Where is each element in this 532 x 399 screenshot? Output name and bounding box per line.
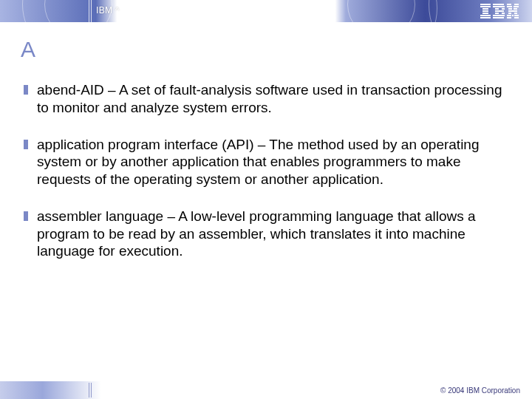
header-band: IBM ^ [0, 0, 532, 22]
slide-body: A abend-AID – A set of fault-analysis so… [0, 30, 532, 377]
svg-rect-15 [493, 17, 504, 18]
svg-rect-1 [480, 6, 491, 7]
bullet-item: abend-AID – A set of fault-analysis soft… [21, 81, 502, 117]
footer-band: © 2004 IBM Corporation [0, 381, 532, 399]
svg-rect-3 [482, 10, 488, 12]
svg-rect-16 [507, 4, 511, 5]
svg-rect-7 [493, 4, 504, 5]
footer-tick [91, 383, 92, 398]
svg-rect-29 [512, 15, 514, 16]
header-tick [89, 0, 89, 22]
svg-rect-26 [514, 15, 519, 16]
svg-rect-2 [482, 8, 488, 10]
svg-rect-18 [507, 6, 512, 7]
svg-rect-25 [507, 15, 511, 16]
svg-rect-6 [480, 17, 491, 18]
bullet-item: assembler language – A low-level program… [21, 208, 502, 260]
svg-rect-0 [480, 4, 491, 5]
svg-rect-9 [495, 8, 499, 10]
footer-tick [89, 383, 89, 398]
svg-rect-4 [482, 13, 488, 14]
svg-rect-10 [502, 8, 505, 10]
svg-rect-28 [514, 17, 519, 18]
header-brand-text: IBM ^ [96, 5, 120, 16]
svg-rect-13 [502, 13, 505, 14]
svg-rect-20 [508, 8, 512, 10]
bullet-list: abend-AID – A set of fault-analysis soft… [21, 81, 502, 260]
slide-title: A [21, 37, 502, 62]
ibm-logo-icon [480, 4, 519, 21]
svg-rect-24 [514, 13, 517, 14]
svg-rect-11 [495, 10, 504, 12]
header-tick [91, 0, 92, 22]
svg-rect-23 [508, 13, 511, 14]
svg-rect-27 [507, 17, 511, 18]
bullet-item: application program interface (API) – Th… [21, 136, 502, 188]
svg-rect-12 [495, 13, 499, 14]
svg-rect-8 [493, 6, 505, 7]
svg-rect-19 [514, 6, 519, 7]
svg-rect-17 [514, 4, 519, 5]
svg-rect-5 [480, 15, 491, 16]
svg-rect-22 [508, 10, 517, 12]
copyright-text: © 2004 IBM Corporation [440, 386, 520, 395]
svg-rect-14 [493, 15, 505, 16]
svg-rect-21 [514, 8, 517, 10]
